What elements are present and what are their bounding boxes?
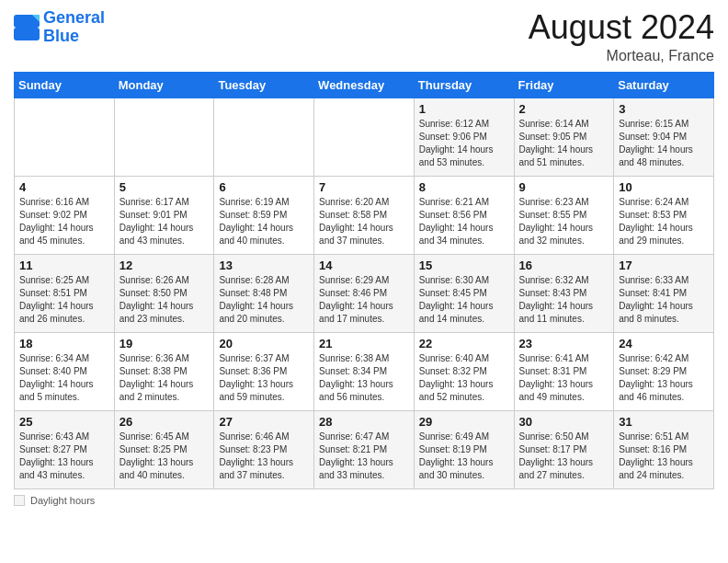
calendar-table: Sunday Monday Tuesday Wednesday Thursday… bbox=[14, 72, 714, 489]
day-info: Sunrise: 6:24 AM Sunset: 8:53 PM Dayligh… bbox=[619, 196, 709, 247]
day-number: 16 bbox=[519, 259, 609, 272]
calendar-cell: 20Sunrise: 6:37 AM Sunset: 8:36 PM Dayli… bbox=[214, 332, 314, 410]
calendar-cell: 29Sunrise: 6:49 AM Sunset: 8:19 PM Dayli… bbox=[414, 410, 514, 488]
calendar-cell: 16Sunrise: 6:32 AM Sunset: 8:43 PM Dayli… bbox=[514, 254, 614, 332]
day-info: Sunrise: 6:15 AM Sunset: 9:04 PM Dayligh… bbox=[619, 118, 709, 169]
day-number: 22 bbox=[419, 337, 509, 350]
svg-rect-1 bbox=[14, 28, 40, 40]
day-info: Sunrise: 6:26 AM Sunset: 8:50 PM Dayligh… bbox=[119, 274, 210, 326]
calendar-header-row: Sunday Monday Tuesday Wednesday Thursday… bbox=[15, 72, 714, 98]
calendar-cell: 14Sunrise: 6:29 AM Sunset: 8:46 PM Dayli… bbox=[314, 254, 415, 332]
day-number: 18 bbox=[19, 337, 109, 350]
day-info: Sunrise: 6:41 AM Sunset: 8:31 PM Dayligh… bbox=[519, 352, 609, 404]
day-info: Sunrise: 6:34 AM Sunset: 8:40 PM Dayligh… bbox=[19, 352, 109, 404]
day-info: Sunrise: 6:38 AM Sunset: 8:34 PM Dayligh… bbox=[319, 352, 409, 404]
calendar-cell: 5Sunrise: 6:17 AM Sunset: 9:01 PM Daylig… bbox=[114, 176, 214, 254]
calendar-week-row-5: 25Sunrise: 6:43 AM Sunset: 8:27 PM Dayli… bbox=[15, 410, 714, 488]
day-number: 15 bbox=[419, 259, 509, 272]
day-info: Sunrise: 6:21 AM Sunset: 8:56 PM Dayligh… bbox=[419, 196, 509, 247]
calendar-cell bbox=[314, 98, 415, 176]
day-info: Sunrise: 6:50 AM Sunset: 8:17 PM Dayligh… bbox=[519, 431, 609, 482]
day-info: Sunrise: 6:16 AM Sunset: 9:02 PM Dayligh… bbox=[19, 196, 109, 247]
day-info: Sunrise: 6:29 AM Sunset: 8:46 PM Dayligh… bbox=[319, 274, 409, 326]
calendar-cell: 28Sunrise: 6:47 AM Sunset: 8:21 PM Dayli… bbox=[314, 410, 415, 488]
page-header: General Blue August 2024 Morteau, France bbox=[14, 9, 714, 64]
daylight-legend-label: Daylight hours bbox=[30, 495, 95, 506]
day-info: Sunrise: 6:40 AM Sunset: 8:32 PM Dayligh… bbox=[419, 352, 509, 404]
day-number: 9 bbox=[519, 180, 609, 194]
calendar-cell: 17Sunrise: 6:33 AM Sunset: 8:41 PM Dayli… bbox=[614, 254, 714, 332]
header-tuesday: Tuesday bbox=[214, 72, 314, 98]
day-info: Sunrise: 6:28 AM Sunset: 8:48 PM Dayligh… bbox=[219, 274, 309, 326]
calendar-cell: 19Sunrise: 6:36 AM Sunset: 8:38 PM Dayli… bbox=[114, 332, 214, 410]
calendar-cell: 9Sunrise: 6:23 AM Sunset: 8:55 PM Daylig… bbox=[514, 176, 614, 254]
day-info: Sunrise: 6:37 AM Sunset: 8:36 PM Dayligh… bbox=[219, 352, 309, 404]
month-year-title: August 2024 bbox=[529, 9, 714, 46]
day-number: 2 bbox=[519, 102, 609, 116]
day-number: 11 bbox=[19, 259, 109, 272]
day-info: Sunrise: 6:46 AM Sunset: 8:23 PM Dayligh… bbox=[219, 431, 309, 482]
header-saturday: Saturday bbox=[614, 72, 714, 98]
day-number: 20 bbox=[219, 337, 309, 350]
header-thursday: Thursday bbox=[414, 72, 514, 98]
day-info: Sunrise: 6:51 AM Sunset: 8:16 PM Dayligh… bbox=[619, 431, 709, 482]
calendar-cell bbox=[114, 98, 214, 176]
location-subtitle: Morteau, France bbox=[529, 48, 714, 64]
day-number: 19 bbox=[119, 337, 210, 350]
day-number: 5 bbox=[119, 180, 210, 194]
day-number: 29 bbox=[419, 415, 509, 429]
calendar-cell: 6Sunrise: 6:19 AM Sunset: 8:59 PM Daylig… bbox=[214, 176, 314, 254]
calendar-cell: 27Sunrise: 6:46 AM Sunset: 8:23 PM Dayli… bbox=[214, 410, 314, 488]
logo-icon bbox=[14, 15, 40, 40]
day-number: 25 bbox=[19, 415, 109, 429]
calendar-cell: 10Sunrise: 6:24 AM Sunset: 8:53 PM Dayli… bbox=[614, 176, 714, 254]
footer: Daylight hours bbox=[14, 495, 714, 506]
day-info: Sunrise: 6:43 AM Sunset: 8:27 PM Dayligh… bbox=[19, 431, 109, 482]
day-number: 23 bbox=[519, 337, 609, 350]
calendar-week-row-2: 4Sunrise: 6:16 AM Sunset: 9:02 PM Daylig… bbox=[15, 176, 714, 254]
day-number: 4 bbox=[19, 180, 109, 194]
day-number: 8 bbox=[419, 180, 509, 194]
calendar-cell: 22Sunrise: 6:40 AM Sunset: 8:32 PM Dayli… bbox=[414, 332, 514, 410]
day-info: Sunrise: 6:47 AM Sunset: 8:21 PM Dayligh… bbox=[319, 431, 409, 482]
day-info: Sunrise: 6:33 AM Sunset: 8:41 PM Dayligh… bbox=[619, 274, 709, 326]
header-sunday: Sunday bbox=[15, 72, 115, 98]
calendar-week-row-1: 1Sunrise: 6:12 AM Sunset: 9:06 PM Daylig… bbox=[15, 98, 714, 176]
day-number: 17 bbox=[619, 259, 709, 272]
daylight-legend-dot bbox=[14, 495, 25, 506]
calendar-cell: 24Sunrise: 6:42 AM Sunset: 8:29 PM Dayli… bbox=[614, 332, 714, 410]
day-number: 31 bbox=[619, 415, 709, 429]
calendar-cell: 25Sunrise: 6:43 AM Sunset: 8:27 PM Dayli… bbox=[15, 410, 115, 488]
day-info: Sunrise: 6:19 AM Sunset: 8:59 PM Dayligh… bbox=[219, 196, 309, 247]
calendar-cell: 12Sunrise: 6:26 AM Sunset: 8:50 PM Dayli… bbox=[114, 254, 214, 332]
calendar-cell: 4Sunrise: 6:16 AM Sunset: 9:02 PM Daylig… bbox=[15, 176, 115, 254]
day-number: 21 bbox=[319, 337, 409, 350]
calendar-cell: 15Sunrise: 6:30 AM Sunset: 8:45 PM Dayli… bbox=[414, 254, 514, 332]
day-info: Sunrise: 6:14 AM Sunset: 9:05 PM Dayligh… bbox=[519, 118, 609, 169]
day-number: 10 bbox=[619, 180, 709, 194]
header-friday: Friday bbox=[514, 72, 614, 98]
calendar-week-row-3: 11Sunrise: 6:25 AM Sunset: 8:51 PM Dayli… bbox=[15, 254, 714, 332]
day-number: 12 bbox=[119, 259, 210, 272]
logo-text: General Blue bbox=[43, 9, 105, 46]
calendar-cell: 30Sunrise: 6:50 AM Sunset: 8:17 PM Dayli… bbox=[514, 410, 614, 488]
day-number: 28 bbox=[319, 415, 409, 429]
calendar-cell: 7Sunrise: 6:20 AM Sunset: 8:58 PM Daylig… bbox=[314, 176, 415, 254]
calendar-cell: 21Sunrise: 6:38 AM Sunset: 8:34 PM Dayli… bbox=[314, 332, 415, 410]
calendar-cell: 8Sunrise: 6:21 AM Sunset: 8:56 PM Daylig… bbox=[414, 176, 514, 254]
day-info: Sunrise: 6:12 AM Sunset: 9:06 PM Dayligh… bbox=[419, 118, 509, 169]
day-info: Sunrise: 6:36 AM Sunset: 8:38 PM Dayligh… bbox=[119, 352, 210, 404]
calendar-cell: 31Sunrise: 6:51 AM Sunset: 8:16 PM Dayli… bbox=[614, 410, 714, 488]
calendar-cell bbox=[214, 98, 314, 176]
day-info: Sunrise: 6:20 AM Sunset: 8:58 PM Dayligh… bbox=[319, 196, 409, 247]
day-number: 14 bbox=[319, 259, 409, 272]
title-block: August 2024 Morteau, France bbox=[529, 9, 714, 64]
day-number: 3 bbox=[619, 102, 709, 116]
day-number: 1 bbox=[419, 102, 509, 116]
logo: General Blue bbox=[14, 9, 105, 46]
day-info: Sunrise: 6:45 AM Sunset: 8:25 PM Dayligh… bbox=[119, 431, 210, 482]
calendar-cell: 26Sunrise: 6:45 AM Sunset: 8:25 PM Dayli… bbox=[114, 410, 214, 488]
day-info: Sunrise: 6:23 AM Sunset: 8:55 PM Dayligh… bbox=[519, 196, 609, 247]
day-info: Sunrise: 6:25 AM Sunset: 8:51 PM Dayligh… bbox=[19, 274, 109, 326]
calendar-cell: 2Sunrise: 6:14 AM Sunset: 9:05 PM Daylig… bbox=[514, 98, 614, 176]
